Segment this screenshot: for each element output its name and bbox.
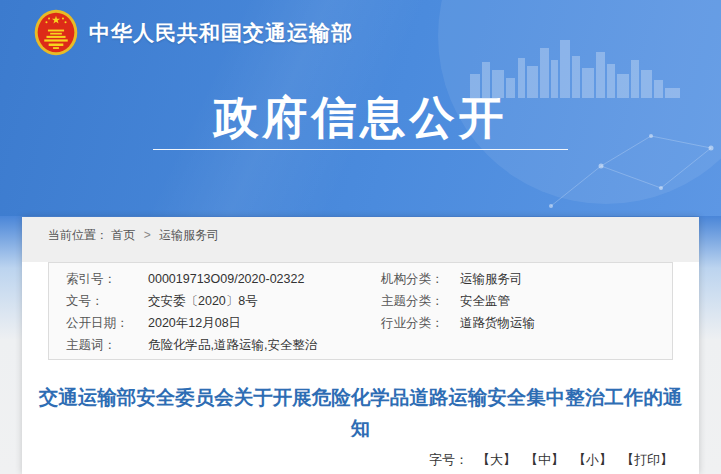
breadcrumb-label: 当前位置：	[48, 228, 108, 242]
page-title: 政府信息公开	[0, 92, 721, 144]
site-banner: 中华人民共和国交通运输部 政府信息公开	[0, 0, 721, 216]
font-small-button[interactable]: 【小】	[573, 452, 612, 467]
city-skyline-icon	[470, 36, 680, 98]
meta-row-document-number: 文号： 交安委〔2020〕8号	[49, 290, 381, 312]
content-panel: 当前位置： 首页 > 运输服务司 索引号： 000019713O09/2020-…	[22, 217, 699, 474]
meta-row-agency-category: 机构分类： 运输服务司	[381, 268, 672, 290]
site-title: 中华人民共和国交通运输部	[89, 19, 353, 47]
font-large-button[interactable]: 【大】	[477, 452, 516, 467]
meta-row-topic-category: 主题分类： 安全监管	[381, 290, 672, 312]
meta-row-keywords: 主题词： 危险化学品,道路运输,安全整治	[49, 334, 381, 356]
meta-row-industry-category: 行业分类： 道路货物运输	[381, 312, 672, 334]
meta-row-index-number: 索引号： 000019713O09/2020-02322	[49, 268, 381, 290]
font-size-label: 字号：	[429, 452, 468, 467]
breadcrumb-separator: >	[144, 228, 151, 242]
article-title: 交通运输部安全委员会关于开展危险化学品道路运输安全集中整治工作的通知	[37, 382, 684, 444]
font-size-toolbar: 字号：【大】【中】【小】【打印】	[22, 451, 699, 469]
breadcrumb-department-link[interactable]: 运输服务司	[159, 228, 219, 242]
breadcrumb: 当前位置： 首页 > 运输服务司	[22, 217, 699, 262]
font-medium-button[interactable]: 【中】	[525, 452, 564, 467]
breadcrumb-home-link[interactable]: 首页	[111, 228, 135, 242]
document-meta-table: 索引号： 000019713O09/2020-02322 文号： 交安委〔202…	[48, 262, 673, 360]
title-underline	[153, 149, 568, 150]
print-button[interactable]: 【打印】	[621, 452, 673, 467]
national-emblem-icon	[34, 9, 78, 56]
meta-row-publish-date: 公开日期： 2020年12月08日	[49, 312, 381, 334]
